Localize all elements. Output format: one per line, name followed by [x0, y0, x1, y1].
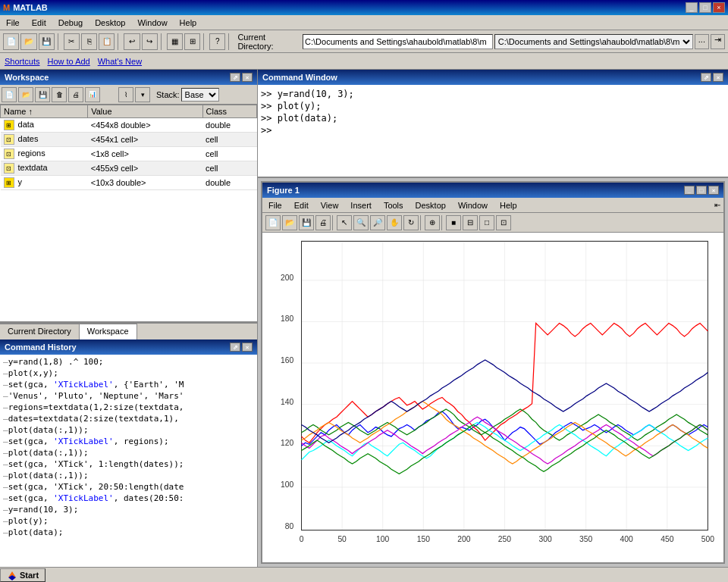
ws-open-button[interactable]: 📂: [18, 87, 33, 102]
history-line[interactable]: —set(gca, 'XTick', 1:length(dates));: [2, 458, 256, 470]
ws-plot-button[interactable]: ⌇: [118, 87, 133, 102]
table-row[interactable]: ⊡ regions <1x8 cell> cell: [1, 147, 257, 161]
history-line[interactable]: —set(gca, 'XTickLabel', regions);: [2, 436, 256, 447]
figure-menu-help[interactable]: Help: [497, 200, 520, 211]
current-dir-dropdown[interactable]: C:\Documents and Settings\ahaubold\matla…: [494, 34, 693, 49]
fig-colormap-btn[interactable]: ■: [446, 215, 461, 230]
history-line[interactable]: —set(gca, 'XTickLabel', dates(20:50:: [2, 493, 256, 504]
how-to-add-link[interactable]: How to Add: [47, 57, 89, 66]
history-line[interactable]: —dates=textdata(2:size(textdata,1),: [2, 413, 256, 424]
history-line[interactable]: —'Venus', 'Pluto', 'Neptune', 'Mars': [2, 390, 256, 402]
workspace-close-button[interactable]: ×: [242, 73, 253, 82]
copy-button[interactable]: ⎘: [81, 33, 97, 50]
fig-data-cursor-btn[interactable]: ⊕: [425, 215, 440, 230]
fig-zoom-out-btn[interactable]: 🔎: [370, 215, 385, 230]
fig-pointer-btn[interactable]: ↖: [337, 215, 352, 230]
guide-button[interactable]: ⊞: [184, 33, 200, 50]
whats-new-link[interactable]: What's New: [98, 57, 142, 66]
fig-legend-btn[interactable]: ⊟: [463, 215, 478, 230]
history-line[interactable]: —regions=textdata(1,2:size(textdata,: [2, 402, 256, 413]
ws-plot-dropdown[interactable]: ▾: [135, 87, 150, 102]
menu-help[interactable]: Help: [177, 17, 200, 28]
figure-minimize-button[interactable]: _: [684, 186, 695, 195]
new-file-button[interactable]: 📄: [3, 33, 19, 50]
figure-dock-icon[interactable]: ⇤: [714, 201, 720, 209]
paste-button[interactable]: 📋: [99, 33, 115, 50]
minimize-button[interactable]: _: [686, 2, 698, 13]
history-line[interactable]: —plot(data(:,1));: [2, 447, 256, 458]
fig-save-btn[interactable]: 💾: [299, 215, 314, 230]
save-button[interactable]: 💾: [39, 33, 55, 50]
table-row[interactable]: ⊞ data <454x8 double> double: [1, 118, 257, 133]
history-content[interactable]: —y=rand(1,8) .^ 100;—plot(x,y);—set(gca,…: [0, 355, 257, 567]
tab-workspace[interactable]: Workspace: [80, 324, 137, 340]
cut-button[interactable]: ✂: [64, 33, 80, 50]
menu-file[interactable]: File: [3, 17, 23, 28]
figure-menu-insert[interactable]: Insert: [347, 200, 375, 211]
history-line[interactable]: —plot(data);: [2, 527, 256, 538]
history-line[interactable]: —plot(x,y);: [2, 368, 256, 379]
history-line[interactable]: —y=rand(1,8) .^ 100;: [2, 356, 256, 368]
history-line[interactable]: —set(gca, 'XTick', 20:50:length(date: [2, 481, 256, 493]
figure-maximize-button[interactable]: □: [696, 186, 707, 195]
table-row[interactable]: ⊡ dates <454x1 cell> cell: [1, 133, 257, 147]
ws-save-button[interactable]: 💾: [35, 87, 50, 102]
col-class-header[interactable]: Class: [202, 105, 256, 118]
command-float-button[interactable]: ⇗: [701, 73, 711, 82]
browse-button[interactable]: ...: [695, 34, 709, 49]
figure-menu-window[interactable]: Window: [455, 200, 491, 211]
col-value-header[interactable]: Value: [88, 105, 202, 118]
fig-zoom-in-btn[interactable]: 🔍: [353, 215, 369, 230]
history-line[interactable]: —y=rand(10, 3);: [2, 504, 256, 515]
table-row[interactable]: ⊞ y <10x3 double> double: [1, 176, 257, 190]
current-directory-input[interactable]: [303, 34, 493, 49]
history-line[interactable]: —plot(y);: [2, 515, 256, 527]
figure-close-button[interactable]: ×: [708, 186, 719, 195]
figure-menu-tools[interactable]: Tools: [381, 200, 406, 211]
close-button[interactable]: ×: [713, 2, 725, 13]
fig-hide-btn[interactable]: □: [479, 215, 494, 230]
fig-new-btn[interactable]: 📄: [265, 215, 281, 230]
tab-current-directory[interactable]: Current Directory: [0, 324, 80, 340]
figure-menu-edit[interactable]: Edit: [291, 200, 312, 211]
menu-window[interactable]: Window: [134, 17, 170, 28]
command-close-button[interactable]: ×: [713, 73, 723, 82]
history-line[interactable]: —plot(data(:,1));: [2, 470, 256, 481]
history-float-button[interactable]: ⇗: [230, 343, 240, 352]
figure-menu-desktop[interactable]: Desktop: [413, 200, 449, 211]
col-name-header[interactable]: Name ↑: [1, 105, 88, 118]
maximize-button[interactable]: □: [699, 2, 711, 13]
fig-sep-1: [332, 215, 335, 230]
help-button[interactable]: ?: [209, 33, 225, 50]
workspace-float-button[interactable]: ⇗: [230, 73, 240, 82]
ws-chart-button[interactable]: 📊: [85, 87, 100, 102]
redo-button[interactable]: ↪: [142, 33, 158, 50]
fig-print-btn[interactable]: 🖨: [315, 215, 331, 230]
fig-open-btn[interactable]: 📂: [282, 215, 297, 230]
fig-pan-btn[interactable]: ✋: [387, 215, 402, 230]
menu-debug[interactable]: Debug: [55, 17, 86, 28]
panel-tabs: Current Directory Workspace: [0, 323, 257, 340]
ws-print-button[interactable]: 🖨: [68, 87, 83, 102]
history-line[interactable]: —plot(data(:,1));: [2, 424, 256, 436]
figure-menu-file[interactable]: File: [265, 200, 285, 211]
dir-navigate-button[interactable]: ⇥: [711, 34, 725, 49]
fig-grid-btn[interactable]: ⊡: [496, 215, 511, 230]
figure-menu-view[interactable]: View: [318, 200, 342, 211]
command-content[interactable]: >> y=rand(10, 3);>> plot(y);>> plot(data…: [258, 85, 728, 177]
menu-desktop[interactable]: Desktop: [92, 17, 128, 28]
fig-rotate-btn[interactable]: ↻: [403, 215, 419, 230]
undo-button[interactable]: ↩: [124, 33, 140, 50]
open-button[interactable]: 📂: [20, 33, 36, 50]
ws-delete-button[interactable]: 🗑: [52, 87, 67, 102]
plot-svg: 80 100 120 140 160 180 200 0 50 100 150 …: [262, 233, 723, 562]
shortcuts-link[interactable]: Shortcuts: [5, 57, 39, 66]
simulink-button[interactable]: ▦: [167, 33, 183, 50]
stack-select[interactable]: Base: [181, 88, 219, 102]
history-close-button[interactable]: ×: [242, 343, 253, 352]
ws-new-button[interactable]: 📄: [2, 87, 17, 102]
menu-edit[interactable]: Edit: [29, 17, 49, 28]
history-line[interactable]: —set(gca, 'XTickLabel', {'Earth', 'M: [2, 379, 256, 390]
start-button[interactable]: Start: [0, 568, 46, 582]
table-row[interactable]: ⊡ textdata <455x9 cell> cell: [1, 161, 257, 176]
